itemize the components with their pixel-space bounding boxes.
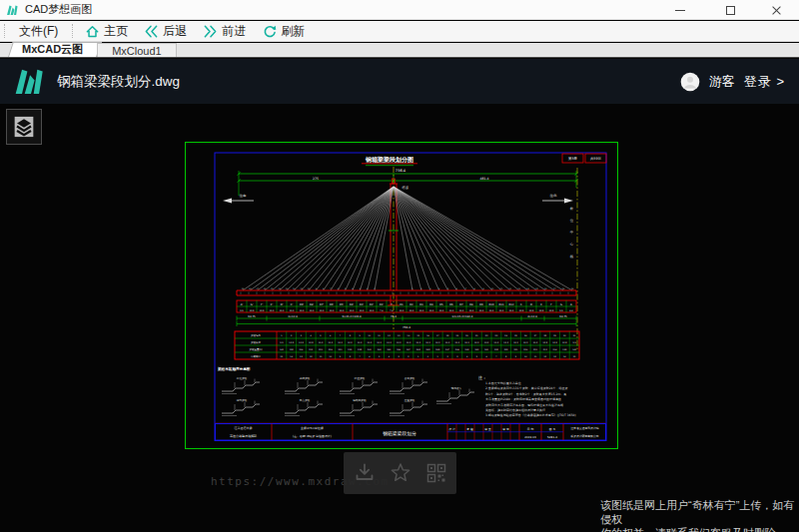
- svg-text:15.2: 15.2: [368, 341, 373, 344]
- tab-label: MxCloud1: [112, 45, 162, 57]
- svg-text:8: 8: [505, 355, 507, 358]
- svg-text:12.8: 12.8: [519, 309, 524, 312]
- svg-text:3.钢箱梁制造与验收应符合《公路桥涵施工技术规范》(JTG/: 3.钢箱梁制造与验收应符合《公路桥涵施工技术规范》(JTG/T 3650)。: [485, 413, 579, 417]
- svg-text:10: 10: [369, 334, 372, 337]
- svg-text:4: 4: [466, 355, 468, 357]
- svg-text:15.2: 15.2: [479, 309, 484, 312]
- action-panel: [344, 452, 456, 494]
- mxcad-logo-icon: [13, 66, 49, 97]
- home-button[interactable]: 主页: [77, 21, 136, 42]
- minimize-button[interactable]: [661, 0, 699, 20]
- svg-text:D': D': [281, 303, 284, 306]
- avatar-icon[interactable]: [680, 72, 700, 92]
- user-label[interactable]: 游客: [709, 73, 735, 91]
- svg-text:220: 220: [319, 348, 324, 351]
- back-button[interactable]: 后退: [136, 21, 195, 42]
- svg-text:15.2: 15.2: [406, 341, 411, 344]
- tab-mxcad-cloud[interactable]: MxCAD云图: [8, 42, 97, 57]
- svg-text:246: 246: [455, 348, 460, 351]
- minimize-icon: [675, 10, 685, 11]
- svg-text:1: 1: [411, 287, 413, 289]
- favorite-button[interactable]: [389, 461, 412, 485]
- svg-text:6: 6: [369, 355, 371, 358]
- svg-text:B7: B7: [459, 303, 463, 306]
- svg-text:15.2: 15.2: [533, 341, 538, 344]
- document-title: 钢箱梁梁段划分.dwg: [57, 73, 180, 91]
- svg-text:15.2: 15.2: [494, 341, 499, 344]
- qrcode-button[interactable]: [424, 461, 448, 485]
- svg-text:231: 231: [339, 348, 344, 351]
- svg-text:13: 13: [300, 355, 303, 358]
- svg-text:235: 235: [348, 348, 353, 351]
- svg-text:端部梁段: 端部梁段: [237, 398, 248, 402]
- svg-text:B8: B8: [469, 303, 473, 306]
- svg-text:15.2: 15.2: [377, 341, 382, 344]
- svg-text:12: 12: [509, 287, 512, 289]
- svg-text:9.9: 9.9: [572, 341, 576, 344]
- svg-text:11: 11: [320, 355, 323, 357]
- svg-text:18: 18: [446, 334, 449, 337]
- login-link[interactable]: 登录 >: [744, 73, 785, 91]
- tabbar: MxCAD云图 MxCloud1: [0, 43, 799, 58]
- back-icon: [144, 24, 159, 39]
- svg-text:15.2: 15.2: [350, 309, 355, 312]
- title-block: 江苏通启大桥高速公路建设指挥部主桥475m斜拉桥(左、右幅 钢箱梁 制造图设计)…: [215, 423, 606, 440]
- svg-text:15.2: 15.2: [340, 309, 345, 312]
- svg-text:15.2: 15.2: [509, 309, 514, 312]
- svg-text:7: 7: [359, 355, 361, 357]
- tab-mxcloud1[interactable]: MxCloud1: [97, 43, 177, 57]
- svg-text:15: 15: [573, 355, 576, 358]
- toolbar-grip: [72, 24, 73, 38]
- download-button[interactable]: [353, 461, 377, 485]
- svg-text:7.6: 7.6: [380, 309, 384, 312]
- svg-text:23: 23: [495, 334, 498, 337]
- svg-text:8: 8: [350, 355, 352, 358]
- svg-text:位: 位: [570, 219, 574, 223]
- svg-text:248: 248: [426, 348, 431, 351]
- close-button[interactable]: [757, 0, 795, 20]
- svg-text:15.2: 15.2: [429, 309, 434, 312]
- svg-text:12.8: 12.8: [289, 341, 294, 344]
- file-menu[interactable]: 文件(F): [9, 21, 68, 42]
- svg-text:15.2: 15.2: [290, 309, 295, 312]
- svg-text:198: 198: [562, 348, 567, 351]
- svg-text:19: 19: [455, 334, 458, 337]
- document-header: 钢箱梁梁段划分.dwg 游客 登录 >: [0, 59, 799, 104]
- svg-text:12.8: 12.8: [260, 309, 265, 312]
- svg-text:6.4: 6.4: [569, 309, 573, 312]
- svg-text:16: 16: [544, 287, 547, 290]
- svg-text:2: 2: [420, 287, 422, 289]
- refresh-button[interactable]: 刷新: [254, 21, 313, 42]
- svg-text:8: 8: [474, 287, 476, 290]
- svg-text:审 定: 审 定: [502, 427, 509, 431]
- svg-text:2: 2: [367, 287, 369, 289]
- cad-canvas[interactable]: 第5册 共59张 钢箱梁梁段划分图: [184, 141, 619, 450]
- svg-text:B9': B9': [300, 303, 304, 306]
- svg-text:2.全桥钢箱梁共划分为31个梁段，其中标准梁段24个，塔区梁: 2.全桥钢箱梁共划分为31个梁段，其中标准梁段24个，塔区梁: [485, 386, 568, 390]
- svg-text:9: 9: [316, 287, 318, 290]
- maximize-button[interactable]: [711, 0, 749, 20]
- svg-text:B8': B8': [310, 303, 314, 306]
- svg-text:15.2: 15.2: [489, 309, 494, 312]
- svg-text:24: 24: [504, 334, 507, 336]
- svg-text:15.2: 15.2: [360, 309, 365, 312]
- layers-button[interactable]: [6, 109, 42, 145]
- svg-text:13: 13: [286, 287, 289, 290]
- svg-text:第5册: 第5册: [568, 157, 578, 161]
- svg-text:15.2: 15.2: [348, 341, 353, 344]
- svg-text:15.2: 15.2: [469, 309, 474, 312]
- svg-text:12: 12: [543, 355, 546, 357]
- svg-text:共59张: 共59张: [590, 157, 602, 161]
- svg-text:246: 246: [397, 348, 401, 351]
- svg-text:25: 25: [514, 334, 517, 337]
- disclaimer-text: 该图纸是网上用户“奇林有宁”上传，如有侵权 你的权益，请联系我们客服及时删除。: [600, 498, 795, 532]
- svg-text:7: 7: [340, 334, 342, 336]
- svg-text:243: 243: [378, 348, 383, 351]
- svg-text:9.9: 9.9: [559, 309, 563, 312]
- svg-text:主桥475m斜拉桥: 主桥475m斜拉桥: [301, 426, 324, 430]
- svg-text:梁段长度: 梁段长度: [251, 340, 262, 344]
- forward-button[interactable]: 前进: [195, 21, 254, 42]
- svg-text:桥梁设计研究有限公司: 桥梁设计研究有限公司: [570, 434, 599, 438]
- svg-text:26: 26: [524, 334, 527, 337]
- svg-text:15.2: 15.2: [300, 309, 305, 312]
